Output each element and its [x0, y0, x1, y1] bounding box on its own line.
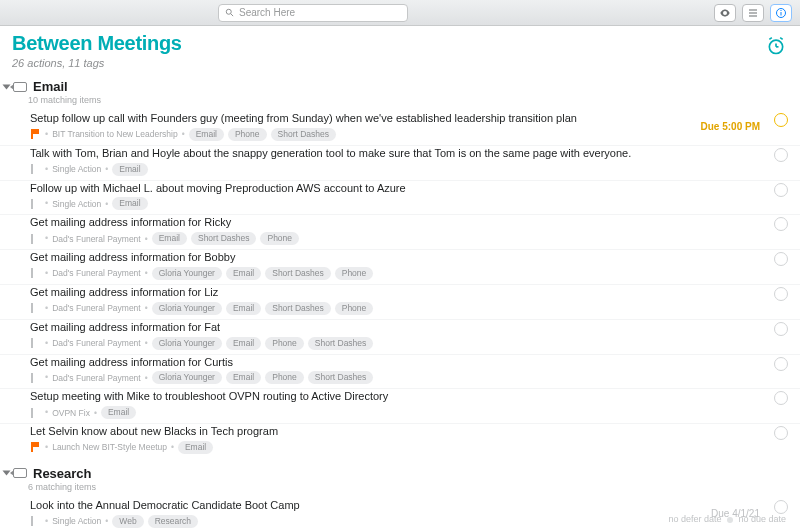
- tag-pill[interactable]: Phone: [335, 267, 374, 280]
- task-row[interactable]: Get mailing address information for Curt…: [0, 355, 800, 390]
- flag-icon[interactable]: [30, 268, 40, 278]
- project-path[interactable]: Single Action: [52, 516, 101, 526]
- flag-icon[interactable]: [30, 373, 40, 383]
- footer-status: no defer date no due date: [668, 514, 786, 524]
- section-header[interactable]: Email: [0, 75, 800, 94]
- status-circle[interactable]: [774, 357, 788, 371]
- task-meta: •Dad's Funeral Payment•Gloria YoungerEma…: [30, 267, 766, 280]
- tag-pill[interactable]: Phone: [335, 302, 374, 315]
- status-circle[interactable]: [774, 217, 788, 231]
- task-row[interactable]: Let Selvin know about new Blacks in Tech…: [0, 424, 800, 458]
- view-focus-button[interactable]: [714, 4, 736, 22]
- eye-icon: [719, 7, 731, 19]
- task-row[interactable]: Setup meeting with Mike to troubleshoot …: [0, 389, 800, 424]
- tag-pill[interactable]: Short Dashes: [191, 232, 257, 245]
- svg-point-0: [226, 9, 231, 14]
- section-subtitle: 6 matching items: [28, 482, 800, 492]
- svg-rect-2: [749, 9, 757, 10]
- tag-pill[interactable]: Email: [226, 371, 261, 384]
- project-path[interactable]: BIT Transition to New Leadership: [52, 129, 178, 139]
- project-path[interactable]: Dad's Funeral Payment: [52, 338, 141, 348]
- tag-pill[interactable]: Email: [178, 441, 213, 454]
- status-circle[interactable]: [774, 500, 788, 514]
- tag-pill[interactable]: Email: [101, 406, 136, 419]
- task-row[interactable]: Setup follow up call with Founders guy (…: [0, 111, 800, 146]
- perspective-title: Between Meetings: [12, 32, 788, 55]
- task-title: Let Selvin know about new Blacks in Tech…: [30, 425, 766, 439]
- task-row[interactable]: Follow up with Michael L. about moving P…: [0, 181, 800, 216]
- task-title: Setup meeting with Mike to troubleshoot …: [30, 390, 766, 404]
- task-row[interactable]: Get mailing address information for Liz•…: [0, 285, 800, 320]
- svg-rect-7: [781, 10, 782, 11]
- tag-pill[interactable]: Phone: [265, 371, 304, 384]
- status-circle[interactable]: [774, 183, 788, 197]
- project-path[interactable]: Dad's Funeral Payment: [52, 268, 141, 278]
- project-path[interactable]: Dad's Funeral Payment: [52, 373, 141, 383]
- svg-line-11: [769, 38, 772, 40]
- project-path[interactable]: Launch New BIT-Style Meetup: [52, 442, 167, 452]
- project-path[interactable]: Dad's Funeral Payment: [52, 303, 141, 313]
- section-header[interactable]: Research: [0, 462, 800, 481]
- task-body: Get mailing address information for Curt…: [30, 356, 766, 385]
- flag-icon[interactable]: [30, 164, 40, 174]
- tag-pill[interactable]: Research: [148, 515, 198, 528]
- task-body: Setup follow up call with Founders guy (…: [30, 112, 701, 141]
- tag-pill[interactable]: Short Dashes: [271, 128, 337, 141]
- project-path[interactable]: Dad's Funeral Payment: [52, 234, 141, 244]
- svg-rect-6: [781, 12, 782, 16]
- flag-icon[interactable]: [30, 338, 40, 348]
- section-title: Research: [33, 466, 92, 481]
- flag-icon[interactable]: [30, 442, 40, 452]
- tag-pill[interactable]: Phone: [260, 232, 299, 245]
- tag-pill[interactable]: Gloria Younger: [152, 337, 222, 350]
- tag-pill[interactable]: Email: [189, 128, 224, 141]
- bullet-icon: •: [45, 304, 48, 313]
- tag-pill[interactable]: Web: [112, 515, 143, 528]
- status-circle[interactable]: [774, 252, 788, 266]
- status-circle[interactable]: [774, 113, 788, 127]
- project-path[interactable]: Single Action: [52, 164, 101, 174]
- tag-pill[interactable]: Short Dashes: [308, 337, 374, 350]
- status-circle[interactable]: [774, 426, 788, 440]
- search-input[interactable]: Search Here: [218, 4, 408, 22]
- project-path[interactable]: Single Action: [52, 199, 101, 209]
- flag-icon[interactable]: [30, 129, 40, 139]
- tag-pill[interactable]: Email: [112, 197, 147, 210]
- tag-pill[interactable]: Short Dashes: [265, 267, 331, 280]
- task-title: Talk with Tom, Brian and Hoyle about the…: [30, 147, 766, 161]
- flag-icon[interactable]: [30, 199, 40, 209]
- status-circle[interactable]: [774, 287, 788, 301]
- task-row[interactable]: Get mailing address information for Rick…: [0, 215, 800, 250]
- section-title: Email: [33, 79, 68, 94]
- flag-icon[interactable]: [30, 234, 40, 244]
- flag-icon[interactable]: [30, 408, 40, 418]
- project-path[interactable]: OVPN Fix: [52, 408, 90, 418]
- view-list-button[interactable]: [742, 4, 764, 22]
- flag-icon[interactable]: [30, 303, 40, 313]
- status-circle[interactable]: [774, 322, 788, 336]
- tag-pill[interactable]: Gloria Younger: [152, 302, 222, 315]
- task-body: Talk with Tom, Brian and Hoyle about the…: [30, 147, 766, 176]
- task-row[interactable]: Talk with Tom, Brian and Hoyle about the…: [0, 146, 800, 181]
- tag-pill[interactable]: Email: [152, 232, 187, 245]
- task-row[interactable]: Get mailing address information for Fat•…: [0, 320, 800, 355]
- flag-icon[interactable]: [30, 516, 40, 526]
- svg-rect-3: [749, 12, 757, 13]
- tag-pill[interactable]: Gloria Younger: [152, 371, 222, 384]
- tag-pill[interactable]: Email: [112, 163, 147, 176]
- tag-pill[interactable]: Phone: [228, 128, 267, 141]
- tag-pill[interactable]: Short Dashes: [265, 302, 331, 315]
- tag-pill[interactable]: Gloria Younger: [152, 267, 222, 280]
- status-circle[interactable]: [774, 391, 788, 405]
- bullet-icon: •: [45, 269, 48, 278]
- tag-pill[interactable]: Email: [226, 267, 261, 280]
- status-circle[interactable]: [774, 148, 788, 162]
- section-subtitle: 10 matching items: [28, 95, 800, 105]
- review-alarm-icon[interactable]: [766, 36, 786, 59]
- task-row[interactable]: Get mailing address information for Bobb…: [0, 250, 800, 285]
- tag-pill[interactable]: Short Dashes: [308, 371, 374, 384]
- tag-pill[interactable]: Phone: [265, 337, 304, 350]
- tag-pill[interactable]: Email: [226, 302, 261, 315]
- tag-pill[interactable]: Email: [226, 337, 261, 350]
- inspector-button[interactable]: [770, 4, 792, 22]
